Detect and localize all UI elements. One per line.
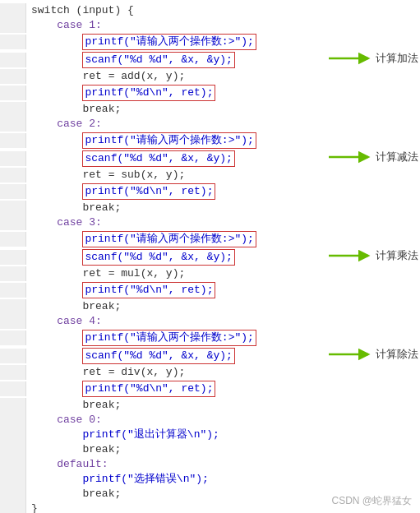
line-content: ret = add(x, y); (31, 69, 420, 84)
code-line: ret = sub(x, y); (0, 168, 420, 183)
code-line: case 1: (0, 18, 420, 33)
line-content: break; (31, 102, 420, 117)
arrow-annotation: 计算加法 (329, 51, 418, 66)
line-content: break; (31, 201, 420, 215)
line-number (0, 381, 26, 396)
code-line: scanf("%d %d", &x, &y); 计算加法 (0, 51, 420, 69)
line-number (0, 314, 26, 329)
boxed-code: printf("请输入两个操作数:>"); (82, 330, 256, 346)
code-line: printf("%d\n", ret); (0, 183, 420, 201)
code-line: ret = add(x, y); (0, 69, 420, 84)
line-number (0, 250, 26, 265)
arrow-annotation: 计算乘法 (329, 248, 418, 263)
arrow-icon (329, 150, 374, 164)
line-number (0, 283, 26, 298)
code-line: printf("请输入两个操作数:>"); (0, 329, 420, 347)
line-content: case 1: (31, 18, 420, 33)
arrow-label: 计算除法 (376, 347, 418, 362)
line-number (0, 151, 26, 166)
code-line: case 4: (0, 314, 420, 329)
line-number (0, 102, 26, 117)
line-content: printf("%d\n", ret); (31, 84, 420, 102)
code-line: case 3: (0, 215, 420, 230)
code-line: printf("请输入两个操作数:>"); (0, 33, 420, 51)
line-number (0, 232, 26, 247)
line-number (0, 349, 26, 363)
line-number (0, 3, 26, 18)
line-content: break; (31, 442, 420, 457)
line-content: case 0: (31, 413, 420, 428)
code-line: printf("选择错误\n"); (0, 472, 420, 487)
line-number (0, 398, 26, 413)
line-number (0, 472, 26, 487)
arrow-icon (329, 347, 374, 362)
line-content: case 2: (31, 117, 420, 132)
line-content: ret = div(x, y); (31, 365, 420, 380)
line-number (0, 266, 26, 281)
boxed-code: scanf("%d %d", &x, &y); (82, 52, 234, 68)
line-content: switch (input) { (31, 3, 420, 18)
code-container: switch (input) { case 1: printf("请输入两个操作… (0, 0, 420, 513)
line-number (0, 299, 26, 314)
line-number (0, 69, 26, 84)
line-number (0, 201, 26, 215)
line-content: printf("请输入两个操作数:>"); (31, 329, 420, 347)
code-line: break; (0, 442, 420, 457)
code-lines: switch (input) { case 1: printf("请输入两个操作… (0, 3, 420, 513)
boxed-code: printf("%d\n", ret); (82, 381, 215, 397)
code-line: ret = mul(x, y); (0, 266, 420, 281)
line-content: case 4: (31, 314, 420, 329)
line-content: default: (31, 457, 420, 472)
line-number (0, 413, 26, 428)
line-number (0, 133, 26, 148)
arrow-label: 计算减法 (376, 150, 418, 164)
line-number (0, 18, 26, 33)
line-content: break; (31, 299, 420, 314)
code-line: case 0: (0, 413, 420, 428)
line-content: printf("请输入两个操作数:>"); (31, 230, 420, 248)
line-number (0, 442, 26, 457)
line-number (0, 428, 26, 442)
boxed-code: scanf("%d %d", &x, &y); (82, 348, 234, 364)
line-number (0, 86, 26, 100)
code-line: default: (0, 457, 420, 472)
code-line: scanf("%d %d", &x, &y); 计算除法 (0, 347, 420, 365)
code-line: break; (0, 398, 420, 413)
line-number (0, 457, 26, 472)
line-number (0, 365, 26, 380)
line-content: ret = mul(x, y); (31, 266, 420, 281)
line-content: printf("请输入两个操作数:>"); (31, 132, 420, 150)
arrow-icon (329, 248, 374, 263)
line-content: printf("请输入两个操作数:>"); (31, 33, 420, 51)
boxed-code: printf("%d\n", ret); (82, 282, 215, 298)
line-content: printf("%d\n", ret); (31, 380, 420, 398)
line-number (0, 168, 26, 183)
code-line: break; (0, 201, 420, 215)
line-number (0, 215, 26, 230)
line-content: printf("选择错误\n"); (31, 472, 420, 487)
line-number (0, 501, 26, 513)
boxed-code: printf("%d\n", ret); (82, 183, 215, 200)
boxed-code: printf("%d\n", ret); (82, 85, 215, 101)
code-line: break; (0, 299, 420, 314)
line-content: ret = sub(x, y); (31, 168, 420, 183)
line-content: printf("退出计算器\n"); (31, 428, 420, 442)
boxed-code: printf("请输入两个操作数:>"); (82, 231, 256, 247)
arrow-annotation: 计算除法 (329, 347, 418, 362)
line-number (0, 330, 26, 345)
boxed-code: printf("请输入两个操作数:>"); (82, 132, 256, 149)
line-content: printf("%d\n", ret); (31, 183, 420, 201)
arrow-label: 计算乘法 (376, 248, 418, 263)
line-content: break; (31, 398, 420, 413)
arrow-annotation: 计算减法 (329, 150, 418, 164)
code-line: ret = div(x, y); (0, 365, 420, 380)
code-line: printf("请输入两个操作数:>"); (0, 230, 420, 248)
watermark: CSDN @蛇界猛女 (331, 494, 412, 508)
line-number (0, 53, 26, 67)
arrow-label: 计算加法 (376, 51, 418, 66)
boxed-code: printf("请输入两个操作数:>"); (82, 34, 256, 50)
code-line: switch (input) { (0, 3, 420, 18)
arrow-icon (329, 51, 374, 66)
code-line: scanf("%d %d", &x, &y); 计算乘法 (0, 248, 420, 266)
line-number (0, 35, 26, 49)
